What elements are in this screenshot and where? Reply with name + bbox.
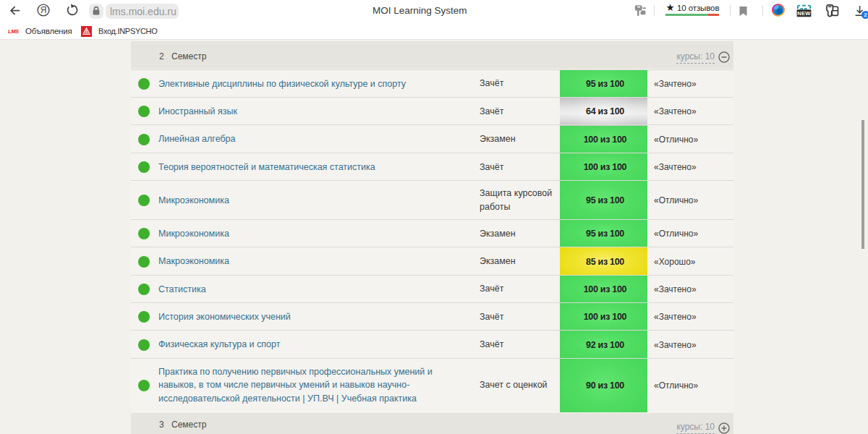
svg-text:NEW: NEW: [797, 10, 811, 17]
svg-text:Я: Я: [41, 5, 47, 15]
